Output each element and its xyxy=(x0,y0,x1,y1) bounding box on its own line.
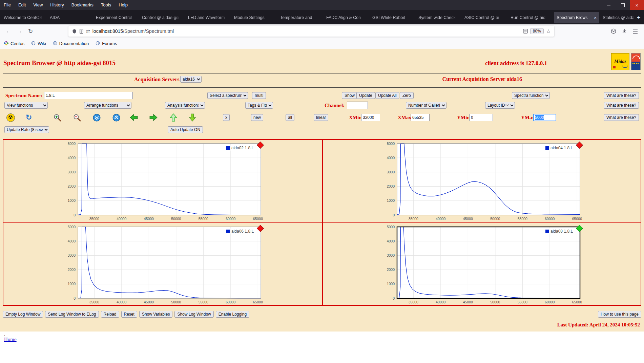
tab-run-control-aid[interactable]: Run Control @ aid xyxy=(508,12,553,23)
tab-welcome-to-centos[interactable]: Welcome to CentOS xyxy=(1,12,46,23)
home-link[interactable]: Home xyxy=(4,337,17,342)
bookmark-star-icon[interactable]: ☆ xyxy=(546,28,551,35)
layout-dropdown[interactable]: Layout ID=4 xyxy=(485,102,515,109)
update-button[interactable]: Update xyxy=(356,92,375,99)
multi-button[interactable]: multi xyxy=(252,92,266,99)
tab-temperature-and[interactable]: Temperature and xyxy=(277,12,323,23)
arrange-functions-dropdown[interactable]: Arrange functions xyxy=(84,102,131,109)
downloads-icon[interactable] xyxy=(619,26,630,36)
what-are-these-button-2[interactable]: What are these? xyxy=(604,102,639,109)
radiation-icon[interactable]: ☢ xyxy=(6,113,15,122)
spectrum-chart-aida02[interactable]: 0100020003000400050003500040000450005000… xyxy=(61,141,264,221)
tab-spectrum-brows[interactable]: Spectrum Brows× xyxy=(554,12,599,23)
reload-button[interactable]: ↻ xyxy=(25,26,36,36)
tab-asic-control-ai[interactable]: ASIC Control @ ai xyxy=(462,12,507,23)
tab-led-and-waveform[interactable]: LED and Waveform xyxy=(185,12,231,23)
empty-log-window-button[interactable]: Empty Log Window xyxy=(3,311,43,318)
back-button[interactable]: ← xyxy=(3,26,14,36)
spectrum-panel-aida06[interactable]: 0100020003000400050003500040000450005000… xyxy=(3,222,322,305)
green-arrow-left-icon[interactable] xyxy=(129,113,138,122)
view-functions-dropdown[interactable]: View functions xyxy=(4,102,48,109)
show-button[interactable]: Show xyxy=(342,92,357,99)
spectrum-panel-aida04[interactable]: 0100020003000400050003500040000450005000… xyxy=(322,140,641,222)
xmin-input[interactable] xyxy=(361,114,380,121)
page-info-icon[interactable] xyxy=(79,29,84,34)
reload-button[interactable]: Reload xyxy=(101,311,119,318)
auto-update-button[interactable]: Auto Update ON xyxy=(168,126,203,133)
bookmark-centos[interactable]: Centos xyxy=(4,41,24,46)
tab-close-icon[interactable]: × xyxy=(594,15,597,20)
show-variables-button[interactable]: Show Variables xyxy=(139,311,173,318)
spectrum-panel-aida08[interactable]: 0100020003000400050003500040000450005000… xyxy=(322,222,641,305)
ymin-input[interactable] xyxy=(469,114,493,121)
menu-help[interactable]: Help xyxy=(115,0,131,10)
green-arrow-up-icon[interactable] xyxy=(169,113,178,122)
forward-button[interactable]: → xyxy=(14,26,25,36)
zero-button[interactable]: Zero xyxy=(400,92,414,99)
reset-button[interactable]: Reset xyxy=(121,311,137,318)
update-rate-dropdown[interactable]: Update Rate (8 secs) xyxy=(4,126,49,133)
swap-arrows-icon[interactable]: ⇄ xyxy=(86,28,90,34)
ymax-input[interactable]: 5000 xyxy=(533,114,556,121)
new-button[interactable]: new xyxy=(251,114,263,121)
linear-button[interactable]: linear xyxy=(314,114,328,121)
menu-view[interactable]: View xyxy=(29,0,46,10)
tab-system-wide-check[interactable]: System wide Check xyxy=(416,12,461,23)
tags-fits-dropdown[interactable]: Tags & Fits xyxy=(245,102,273,109)
cycle-icon[interactable]: ↻ xyxy=(24,113,33,122)
reader-mode-icon[interactable] xyxy=(523,29,528,34)
x-button[interactable]: x xyxy=(223,114,230,121)
spectrum-chart-aida06[interactable]: 0100020003000400050003500040000450005000… xyxy=(61,225,264,304)
zoom-out-icon[interactable] xyxy=(72,113,81,122)
green-arrow-down-icon[interactable] xyxy=(188,113,197,122)
what-are-these-button-1[interactable]: What are these? xyxy=(604,92,639,99)
url-bar[interactable]: ⇄ localhost:8015/Spectrum/Spectrum.tml 8… xyxy=(68,26,554,37)
all-button[interactable]: all xyxy=(286,114,294,121)
update-all-button[interactable]: Update All xyxy=(375,92,399,99)
select-spectrum-dropdown[interactable]: Select a spectrum xyxy=(207,92,248,99)
new-tab-button[interactable]: + xyxy=(633,12,644,23)
what-are-these-button-3[interactable]: What are these? xyxy=(604,114,639,121)
blue-circle-up-icon[interactable] xyxy=(112,113,121,122)
spectrum-panel-aida02[interactable]: 0100020003000400050003500040000450005000… xyxy=(3,140,322,222)
tab-gsi-white-rabbit[interactable]: GSI White Rabbit xyxy=(370,12,415,23)
tab-control-aidas-gsi[interactable]: Control @ aidas-gsi xyxy=(139,12,185,23)
menu-history[interactable]: History xyxy=(46,0,67,10)
bookmark-documentation[interactable]: Documentation xyxy=(53,41,89,46)
acquisition-server-select[interactable]: aida16 xyxy=(180,76,202,83)
tab-fadc-align-con[interactable]: FADC Align & Con xyxy=(324,12,369,23)
enable-logging-button[interactable]: Enable Logging xyxy=(216,311,249,318)
menu-tools[interactable]: Tools xyxy=(97,0,115,10)
how-to-use-button[interactable]: How to use this page xyxy=(598,311,641,318)
galleries-dropdown[interactable]: Number of Galleries xyxy=(406,102,446,109)
show-log-window-button[interactable]: Show Log Window xyxy=(174,311,213,318)
minimize-button[interactable] xyxy=(601,0,616,10)
spectrum-name-input[interactable] xyxy=(44,92,133,99)
pocket-icon[interactable] xyxy=(608,26,619,36)
analysis-functions-dropdown[interactable]: Analysis functions xyxy=(165,102,205,109)
xmax-input[interactable] xyxy=(411,114,430,121)
spectrum-chart-aida08[interactable]: 0100020003000400050003500040000450005000… xyxy=(380,225,583,304)
menu-bookmarks[interactable]: Bookmarks xyxy=(68,0,97,10)
close-button[interactable]: × xyxy=(630,0,644,10)
shield-icon[interactable] xyxy=(72,29,77,34)
channel-input[interactable] xyxy=(347,102,368,109)
bookmark-wiki[interactable]: Wiki xyxy=(31,41,46,46)
tab-aida[interactable]: AIDA xyxy=(47,12,92,23)
maximize-button[interactable] xyxy=(616,0,630,10)
zoom-level-badge[interactable]: 80% xyxy=(530,28,544,34)
spectra-functions-dropdown[interactable]: Spectra functions xyxy=(512,92,550,99)
bookmark-forums[interactable]: Forums xyxy=(96,41,117,46)
green-arrow-right-icon[interactable] xyxy=(149,113,158,122)
tab-module-settings[interactable]: Module Settings xyxy=(231,12,277,23)
send-log-window-to-elog-button[interactable]: Send Log Window to ELog xyxy=(45,311,99,318)
tab-statistics-aidas[interactable]: Statistics @ aidas xyxy=(600,12,633,23)
blue-circle-down-icon[interactable] xyxy=(92,113,101,122)
tab-experiment-control[interactable]: Experiment Control xyxy=(93,12,139,23)
svg-text:55000: 55000 xyxy=(199,217,208,221)
zoom-in-icon[interactable] xyxy=(53,113,62,122)
spectrum-chart-aida04[interactable]: 0100020003000400050003500040000450005000… xyxy=(380,141,583,221)
menu-edit[interactable]: Edit xyxy=(15,0,29,10)
menu-file[interactable]: File xyxy=(0,0,15,10)
menu-icon[interactable] xyxy=(630,26,641,36)
